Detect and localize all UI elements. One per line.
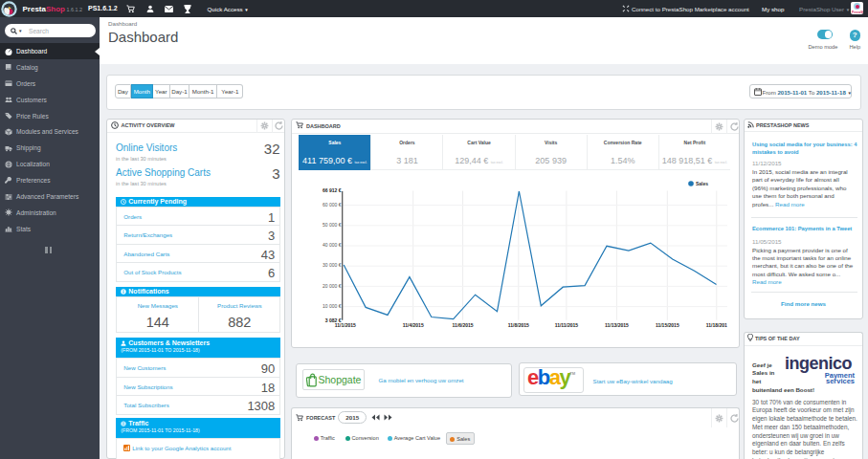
svg-text:10 000 €: 10 000 € [323,302,342,308]
svg-text:40 000 €: 40 000 € [323,242,342,248]
svg-text:11/11/2015: 11/11/2015 [555,322,579,328]
svg-text:Sales: Sales [696,181,708,186]
svg-text:11/1/2015: 11/1/2015 [335,322,356,328]
svg-text:66 912 €: 66 912 € [323,187,342,193]
svg-text:11/4/2015: 11/4/2015 [403,322,424,328]
svg-text:20 000 €: 20 000 € [323,282,342,288]
svg-text:11/8/2015: 11/8/2015 [508,322,529,328]
svg-text:11/18/201: 11/18/201 [706,322,727,328]
svg-text:11/15/2015: 11/15/2015 [656,322,679,328]
svg-text:11/13/2015: 11/13/2015 [605,322,629,328]
svg-text:50 000 €: 50 000 € [323,222,342,228]
svg-text:60 000 €: 60 000 € [323,201,342,207]
svg-text:11/6/2015: 11/6/2015 [453,322,474,328]
svg-text:30 000 €: 30 000 € [323,262,342,268]
